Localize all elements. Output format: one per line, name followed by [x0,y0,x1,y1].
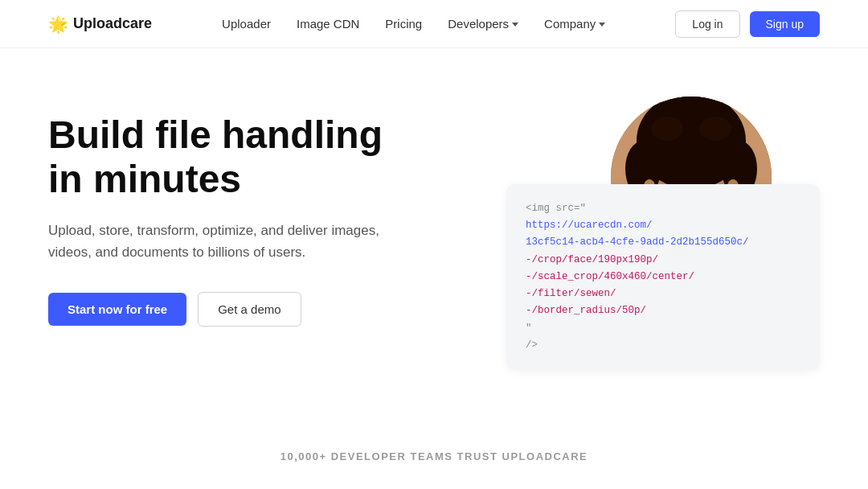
trust-text: 10,000+ DEVELOPER TEAMS TRUST UPLOADCARE [280,450,588,462]
signup-button[interactable]: Sign up [750,11,820,37]
code-transform2: -/scale_crop/460x460/center/ [526,271,694,282]
code-url1: https://ucarecdn.com/ [526,220,653,231]
nav-actions: Log in Sign up [675,10,820,38]
nav-item-uploader[interactable]: Uploader [222,17,271,31]
hero-visual: <img src=" https://ucarecdn.com/ 13cf5c1… [482,97,820,386]
nav-item-company[interactable]: Company [544,17,605,31]
code-url2: 13cf5c14-acb4-4cfe-9add-2d2b155d650c/ [526,236,749,248]
hero-subtitle: Upload, store, transform, optimize, and … [48,220,418,263]
code-transform3: -/filter/sewen/ [526,288,616,299]
hero-section: Build file handling in minutes Upload, s… [0,48,868,418]
login-button[interactable]: Log in [675,10,739,38]
nav-links: Uploader Image CDN Pricing Developers Co… [222,17,605,31]
code-attr: " [526,323,532,334]
company-dropdown-icon [599,23,605,27]
logo-icon: 🌟 [48,14,68,34]
developers-dropdown-icon [512,23,518,27]
get-demo-button[interactable]: Get a demo [198,292,301,327]
svg-point-14 [651,117,683,141]
nav-item-pricing[interactable]: Pricing [385,17,422,31]
trust-bar: 10,000+ DEVELOPER TEAMS TRUST UPLOADCARE [0,418,868,479]
brand-name: Uploadcare [73,15,152,32]
logo[interactable]: 🌟 Uploadcare [48,14,152,34]
hero-title: Build file handling in minutes [48,113,418,201]
nav-item-imagecdn[interactable]: Image CDN [297,17,359,31]
nav-item-developers[interactable]: Developers [448,17,518,31]
code-card: <img src=" https://ucarecdn.com/ 13cf5c1… [506,184,820,370]
hero-text: Build file handling in minutes Upload, s… [48,97,418,327]
code-tag-open: <img src=" [526,203,586,214]
code-transform1: -/crop/face/190px190p/ [526,254,658,265]
code-close: /> [526,339,538,351]
hero-buttons: Start now for free Get a demo [48,292,418,327]
code-transform4: -/border_radius/50p/ [526,305,646,316]
navigation: 🌟 Uploadcare Uploader Image CDN Pricing … [0,0,868,48]
svg-point-15 [699,117,731,141]
start-free-button[interactable]: Start now for free [48,293,186,326]
